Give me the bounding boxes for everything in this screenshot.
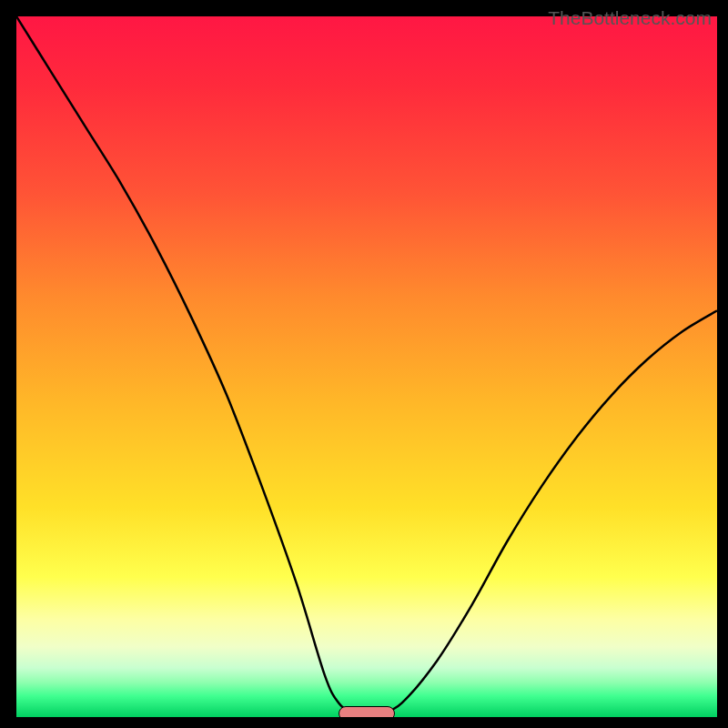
plot-area	[16, 16, 717, 717]
bottleneck-curve	[16, 16, 717, 717]
watermark-text: TheBottleneck.com	[548, 7, 712, 29]
optimal-marker	[339, 706, 395, 717]
